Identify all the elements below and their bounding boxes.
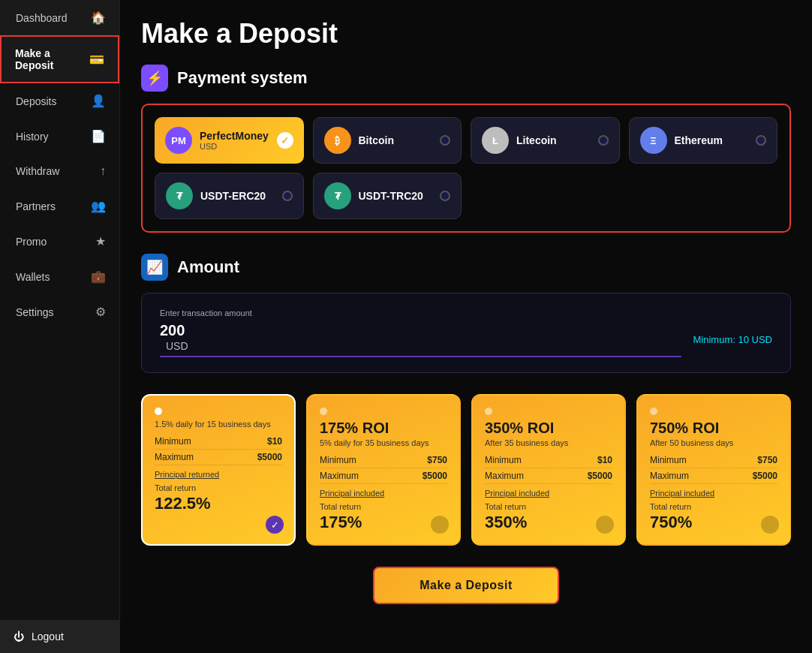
plan-min-label-1: Minimum [320, 455, 356, 465]
sidebar-item-make-deposit[interactable]: Make a Deposit 💳 [0, 35, 119, 83]
plan-desc-1: 5% daily for 35 business days [320, 438, 447, 447]
ltc-name: Litecoin [516, 134, 557, 146]
payment-section-title: Payment system [177, 68, 308, 88]
make-deposit-button[interactable]: Make a Deposit [373, 567, 558, 604]
sidebar-item-dashboard[interactable]: Dashboard 🏠 [0, 0, 119, 35]
amount-section-title: Amount [177, 257, 239, 277]
plan-min-val-0: $10 [267, 436, 282, 447]
logout-label: Logout [32, 630, 64, 642]
plan-maximum-row-2: Maximum $5000 [485, 471, 612, 484]
amount-section-box: Enter transaction amount USD Minimum: 10… [141, 293, 791, 373]
sidebar-icon-promo: ★ [95, 234, 106, 248]
payment-option-ltc[interactable]: Ł Litecoin [471, 117, 620, 164]
eth-name: Ethereum [675, 134, 723, 146]
plan-min-label-2: Minimum [485, 455, 522, 465]
plan-card-3[interactable]: 750% ROI After 50 business days Minimum … [636, 394, 791, 546]
plan-max-val-0: $5000 [257, 452, 282, 462]
plan-card-1[interactable]: 175% ROI 5% daily for 35 business days M… [306, 394, 461, 546]
plan-card-0[interactable]: 1.5% daily for 15 business days Minimum … [141, 394, 296, 546]
sidebar-icon-history: 📄 [91, 129, 106, 143]
plan-dot-2 [596, 516, 614, 534]
plan-indicator-0 [155, 408, 162, 415]
sidebar-label-deposits: Deposits [16, 95, 56, 107]
plan-total-label-3: Total return [650, 502, 777, 511]
plan-max-label-1: Maximum [320, 471, 359, 481]
plan-check-0: ✓ [266, 516, 284, 534]
payment-option-eth[interactable]: Ξ Ethereum [629, 117, 778, 164]
sidebar-icon-deposits: 👤 [91, 94, 106, 108]
plan-total-val-3: 750% [650, 513, 777, 532]
eth-radio [756, 135, 766, 146]
plan-principal-0: Principal returned [155, 470, 282, 479]
btc-name: Bitcoin [359, 134, 394, 146]
plan-maximum-row-1: Maximum $5000 [320, 471, 447, 484]
sidebar-icon-settings: ⚙ [95, 305, 106, 319]
usdt-erc20-icon: ₮ [166, 182, 193, 209]
plan-indicator-1 [320, 408, 327, 415]
plan-max-label-3: Maximum [650, 471, 689, 481]
sidebar-icon-make-deposit: 💳 [89, 53, 104, 67]
logout-button[interactable]: ⏻ Logout [0, 620, 119, 653]
plan-roi-3: 750% ROI [650, 420, 777, 437]
plan-dot-3 [761, 516, 779, 534]
usdt-trc20-info: USDT-TRC20 [359, 190, 423, 202]
pm-name: PerfectMoney [200, 130, 269, 142]
usdt-trc20-radio [440, 191, 450, 201]
pm-info: PerfectMoney USD [200, 130, 269, 151]
payment-grid-row2: ₮ USDT-ERC20 ₮ USDT-TRC20 [155, 173, 777, 219]
amount-currency: USD [166, 340, 188, 352]
plan-principal-3: Principal included [650, 489, 777, 498]
plan-indicator-2 [485, 408, 492, 415]
plan-min-val-1: $750 [427, 455, 447, 465]
ltc-icon: Ł [482, 127, 509, 154]
sidebar-item-wallets[interactable]: Wallets 💼 [0, 259, 119, 294]
plan-max-label-0: Maximum [155, 452, 194, 462]
plan-min-label-0: Minimum [155, 436, 191, 447]
plan-total-label-0: Total return [155, 483, 282, 492]
plan-total-label-2: Total return [485, 502, 612, 511]
pm-sub: USD [200, 142, 269, 151]
sidebar-item-withdraw[interactable]: Withdraw ↑ [0, 154, 119, 188]
usdt-erc20-name: USDT-ERC20 [200, 190, 266, 202]
sidebar-item-partners[interactable]: Partners 👥 [0, 188, 119, 224]
plan-principal-2: Principal included [485, 489, 612, 498]
sidebar-item-promo[interactable]: Promo ★ [0, 224, 119, 259]
sidebar: Dashboard 🏠 Make a Deposit 💳 Deposits 👤 … [0, 0, 120, 653]
payment-option-btc[interactable]: ₿ Bitcoin [313, 117, 462, 164]
sidebar-item-settings[interactable]: Settings ⚙ [0, 294, 119, 330]
sidebar-label-dashboard: Dashboard [16, 12, 68, 24]
plan-maximum-row-0: Maximum $5000 [155, 452, 282, 465]
sidebar-icon-withdraw: ↑ [100, 164, 106, 178]
plan-minimum-row-1: Minimum $750 [320, 455, 447, 468]
logout-icon: ⏻ [14, 630, 24, 642]
deposit-button-wrap: Make a Deposit [141, 567, 791, 604]
payment-option-pm[interactable]: PM PerfectMoney USD [155, 117, 304, 164]
plan-total-val-2: 350% [485, 513, 612, 532]
plan-roi-1: 175% ROI [320, 420, 447, 437]
sidebar-item-history[interactable]: History 📄 [0, 119, 119, 154]
payment-grid-row1: PM PerfectMoney USD ₿ Bitcoin Ł Litecoi [155, 117, 777, 164]
usdt-erc20-info: USDT-ERC20 [200, 190, 266, 202]
amount-minimum: Minimum: 10 USD [693, 334, 772, 345]
payment-option-usdt-erc20[interactable]: ₮ USDT-ERC20 [155, 173, 304, 219]
payment-section-header: ⚡ Payment system [141, 65, 791, 92]
plan-minimum-row-0: Minimum $10 [155, 436, 282, 450]
plan-max-val-1: $5000 [423, 471, 447, 481]
plan-total-val-0: 122.5% [155, 494, 282, 513]
amount-label: Enter transaction amount [160, 308, 772, 317]
plan-desc-2: After 35 business days [485, 438, 612, 447]
plan-min-val-3: $750 [757, 455, 777, 465]
plan-dot-1 [431, 516, 449, 534]
sidebar-label-withdraw: Withdraw [16, 165, 59, 177]
plan-max-val-2: $5000 [588, 471, 612, 481]
payment-option-usdt-trc20[interactable]: ₮ USDT-TRC20 [313, 173, 462, 219]
sidebar-label-make-deposit: Make a Deposit [15, 47, 89, 71]
ltc-radio [598, 135, 609, 146]
plan-card-2[interactable]: 350% ROI After 35 business days Minimum … [471, 394, 626, 546]
sidebar-icon-dashboard: 🏠 [91, 11, 106, 25]
plan-desc-3: After 50 business days [650, 438, 777, 447]
amount-section-icon: 📈 [141, 254, 168, 281]
sidebar-item-deposits[interactable]: Deposits 👤 [0, 83, 119, 119]
plan-min-label-3: Minimum [650, 455, 687, 465]
amount-input[interactable] [160, 322, 681, 339]
